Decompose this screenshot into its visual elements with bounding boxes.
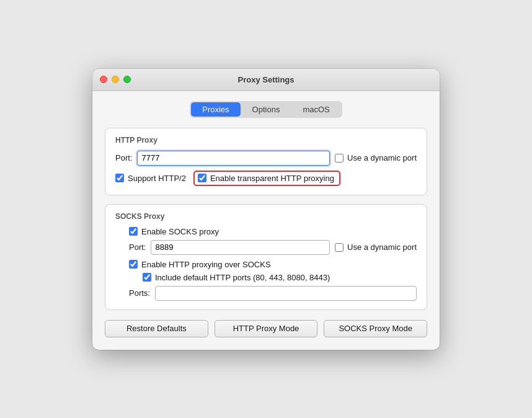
http-dynamic-port-label: Use a dynamic port bbox=[347, 153, 417, 162]
restore-defaults-button[interactable]: Restore Defaults bbox=[105, 320, 208, 337]
default-ports-checkbox[interactable] bbox=[143, 273, 151, 282]
tab-options[interactable]: Options bbox=[241, 102, 291, 117]
socks-port-input[interactable] bbox=[151, 240, 330, 255]
http-dynamic-port-row: Use a dynamic port bbox=[335, 153, 417, 162]
http-over-socks-label: Enable HTTP proxying over SOCKS bbox=[141, 260, 271, 269]
button-bar: Restore Defaults HTTP Proxy Mode SOCKS P… bbox=[105, 320, 427, 337]
close-button[interactable] bbox=[100, 76, 107, 83]
support-http2-label: Support HTTP/2 bbox=[128, 174, 186, 183]
socks-proxy-mode-button[interactable]: SOCKS Proxy Mode bbox=[324, 320, 427, 337]
enable-socks-checkbox[interactable] bbox=[129, 227, 138, 236]
transparent-proxying-highlight: Enable transparent HTTP proxying bbox=[193, 171, 340, 186]
http-over-socks-checkbox[interactable] bbox=[129, 260, 138, 269]
http-port-row: Port: Use a dynamic port bbox=[115, 151, 417, 166]
window-body: Proxies Options macOS HTTP Proxy Port: U… bbox=[92, 91, 440, 350]
socks-dynamic-port-label: Use a dynamic port bbox=[347, 242, 417, 252]
transparent-proxying-label: Enable transparent HTTP proxying bbox=[210, 174, 334, 183]
window-title: Proxy Settings bbox=[237, 75, 294, 84]
tab-macos[interactable]: macOS bbox=[291, 102, 340, 117]
socks-dynamic-port-row: Use a dynamic port bbox=[335, 242, 417, 252]
socks-proxy-section: SOCKS Proxy Enable SOCKS proxy Port: Use… bbox=[105, 204, 427, 310]
http-port-label: Port: bbox=[115, 153, 132, 162]
minimize-button[interactable] bbox=[112, 76, 119, 83]
enable-socks-label: Enable SOCKS proxy bbox=[141, 227, 219, 236]
socks-ports-row: Ports: bbox=[115, 286, 417, 301]
default-ports-row: Include default HTTP ports (80, 443, 808… bbox=[115, 273, 417, 282]
socks-port-label: Port: bbox=[129, 242, 146, 252]
support-http2-checkbox[interactable] bbox=[115, 174, 124, 182]
support-http2-row: Support HTTP/2 bbox=[115, 174, 186, 183]
socks-ports-label: Ports: bbox=[129, 288, 150, 298]
maximize-button[interactable] bbox=[123, 76, 131, 83]
tab-group: Proxies Options macOS bbox=[190, 101, 342, 118]
http-proxy-title: HTTP Proxy bbox=[115, 136, 417, 145]
socks-ports-input[interactable] bbox=[155, 286, 417, 301]
title-bar: Proxy Settings bbox=[92, 69, 440, 91]
http-proxy-section: HTTP Proxy Port: Use a dynamic port Supp… bbox=[105, 128, 427, 195]
enable-socks-row: Enable SOCKS proxy bbox=[115, 227, 417, 236]
tab-bar: Proxies Options macOS bbox=[105, 101, 427, 118]
http-dynamic-port-checkbox[interactable] bbox=[335, 154, 344, 162]
http-proxy-mode-button[interactable]: HTTP Proxy Mode bbox=[215, 320, 318, 337]
transparent-proxying-checkbox[interactable] bbox=[198, 174, 206, 182]
http-over-socks-row: Enable HTTP proxying over SOCKS bbox=[115, 260, 417, 269]
socks-proxy-title: SOCKS Proxy bbox=[115, 212, 417, 221]
http-proxy-row2: Support HTTP/2 Enable transparent HTTP p… bbox=[115, 171, 417, 186]
proxy-settings-window: Proxy Settings Proxies Options macOS HTT… bbox=[92, 69, 440, 350]
traffic-lights bbox=[100, 76, 131, 83]
socks-dynamic-port-checkbox[interactable] bbox=[335, 243, 344, 252]
tab-proxies[interactable]: Proxies bbox=[191, 102, 240, 117]
socks-port-row: Port: Use a dynamic port bbox=[115, 240, 417, 255]
http-port-input[interactable] bbox=[137, 151, 330, 166]
default-ports-label: Include default HTTP ports (80, 443, 808… bbox=[155, 273, 330, 282]
